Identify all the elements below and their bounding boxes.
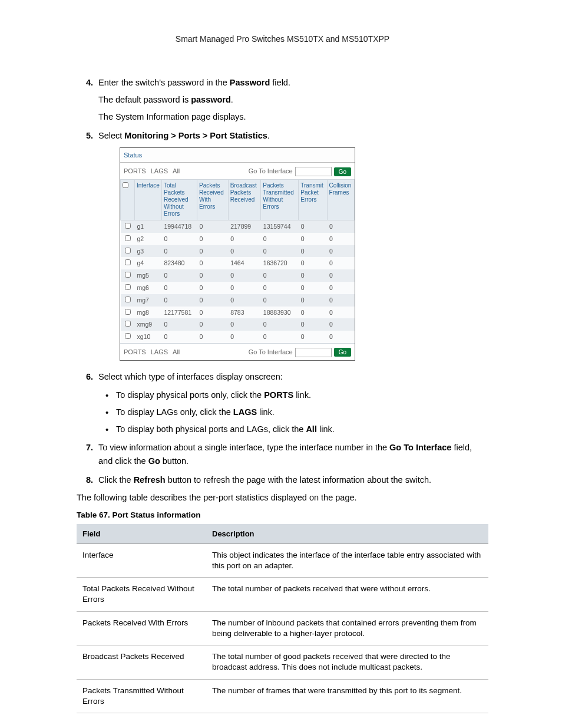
cell-interface: g4 xyxy=(135,257,162,269)
cell-rx-err: 0 xyxy=(197,245,229,258)
hdr-checkbox-col xyxy=(121,179,135,220)
cell-interface: mg5 xyxy=(135,269,162,282)
cell-rx-err: 0 xyxy=(197,282,229,294)
cell-collision: 0 xyxy=(327,318,354,331)
filter-lags-link-bottom[interactable]: LAGS xyxy=(151,347,168,358)
cell-total-rx: 0 xyxy=(161,318,197,331)
info-row: InterfaceThis object indicates the inter… xyxy=(77,543,488,577)
cell-total-rx: 0 xyxy=(161,294,197,307)
filter-ports-link[interactable]: PORTS xyxy=(124,166,146,177)
filter-row-bottom: PORTS LAGS All Go To Interface Go xyxy=(120,343,355,360)
info-field: Total Packets Received Without Errors xyxy=(77,578,206,611)
info-field: Interface xyxy=(77,543,206,577)
step-5-path: Monitoring > Ports > Port Statistics xyxy=(124,131,267,140)
filter-lags-link[interactable]: LAGS xyxy=(151,166,168,177)
hdr-tx-errors: Transmit Packet Errors xyxy=(299,179,327,220)
cell-tx-err: 0 xyxy=(299,220,327,232)
cell-tx: 0 xyxy=(261,294,299,307)
cell-collision: 0 xyxy=(327,269,354,282)
table-row: g482348001464163672000 xyxy=(121,257,355,269)
step-4-line2-a: The default password is xyxy=(98,95,191,104)
table-caption: Table 67. Port Status information xyxy=(77,510,488,519)
info-desc: The total number of packets received tha… xyxy=(206,578,488,611)
cell-total-rx: 0 xyxy=(161,331,197,343)
row-checkbox[interactable] xyxy=(125,321,131,327)
cell-interface: mg8 xyxy=(135,307,162,319)
cell-collision: 0 xyxy=(327,307,354,319)
cell-broadcast: 0 xyxy=(228,318,261,331)
row-checkbox[interactable] xyxy=(125,333,131,339)
cell-tx-err: 0 xyxy=(299,318,327,331)
row-checkbox[interactable] xyxy=(125,284,131,290)
row-checkbox[interactable] xyxy=(125,259,131,265)
cell-tx-err: 0 xyxy=(299,257,327,269)
row-checkbox[interactable] xyxy=(125,235,131,241)
status-label: Status xyxy=(120,148,355,163)
step-4-text-c: field. xyxy=(270,78,290,87)
go-button-bottom[interactable]: Go xyxy=(334,348,351,357)
cell-tx-err: 0 xyxy=(299,269,327,282)
cell-rx-err: 0 xyxy=(197,307,229,319)
table-row: mg812177581087831888393000 xyxy=(121,307,355,319)
bullet-ports: To display physical ports only, click th… xyxy=(116,388,488,402)
step-6-num: 6. xyxy=(77,370,93,384)
info-field: Packets Transmitted Without Errors xyxy=(77,679,206,713)
cell-rx-err: 0 xyxy=(197,294,229,307)
cell-tx: 0 xyxy=(261,318,299,331)
step-4-line3: The System Information page displays. xyxy=(98,110,488,124)
step-5-c: . xyxy=(267,131,270,140)
table-row: g2000000 xyxy=(121,233,355,245)
cell-tx-err: 0 xyxy=(299,233,327,245)
filter-ports-link-bottom[interactable]: PORTS xyxy=(124,347,146,358)
select-all-checkbox[interactable] xyxy=(123,182,128,188)
row-checkbox[interactable] xyxy=(125,223,131,229)
step-5-a: Select xyxy=(98,131,124,140)
info-row: Broadcast Packets ReceivedThe total numb… xyxy=(77,645,488,679)
filter-row-top: PORTS LAGS All Go To Interface Go xyxy=(120,163,355,179)
cell-tx: 1636720 xyxy=(261,257,299,269)
table-row: g3000000 xyxy=(121,245,355,258)
table-row: g11994471802178991315974400 xyxy=(121,220,355,232)
row-checkbox[interactable] xyxy=(125,272,131,278)
table-row: mg5000000 xyxy=(121,269,355,282)
cell-tx-err: 0 xyxy=(299,331,327,343)
cell-tx: 18883930 xyxy=(261,307,299,319)
cell-interface: g3 xyxy=(135,245,162,258)
cell-tx-err: 0 xyxy=(299,245,327,258)
step-6: 6. Select which type of interfaces displ… xyxy=(77,370,488,437)
row-checkbox[interactable] xyxy=(125,309,131,315)
goto-interface-input[interactable] xyxy=(295,167,332,176)
info-desc: The number of frames that were transmitt… xyxy=(206,679,488,713)
filter-all-link[interactable]: All xyxy=(173,166,180,177)
step-4-num: 4. xyxy=(77,76,93,90)
row-checkbox[interactable] xyxy=(125,248,131,253)
cell-total-rx: 0 xyxy=(161,233,197,245)
hdr-broadcast: Broadcast Packets Received xyxy=(228,179,261,220)
cell-broadcast: 0 xyxy=(228,245,261,258)
cell-collision: 0 xyxy=(327,245,354,258)
table-row: mg7000000 xyxy=(121,294,355,307)
cell-rx-err: 0 xyxy=(197,233,229,245)
cell-tx-err: 0 xyxy=(299,307,327,319)
cell-tx: 0 xyxy=(261,282,299,294)
table-row: xg10000000 xyxy=(121,331,355,343)
step-7-num: 7. xyxy=(77,441,93,454)
goto-interface-input-bottom[interactable] xyxy=(295,348,332,357)
cell-interface: g2 xyxy=(135,233,162,245)
cell-total-rx: 19944718 xyxy=(161,220,197,232)
cell-broadcast: 1464 xyxy=(228,257,261,269)
step-5: 5. Select Monitoring > Ports > Port Stat… xyxy=(77,129,488,361)
goto-interface-label: Go To Interface xyxy=(249,166,293,177)
info-desc: The total number of good packets receive… xyxy=(206,645,488,679)
cell-tx: 0 xyxy=(261,245,299,258)
cell-total-rx: 0 xyxy=(161,245,197,258)
step-4: 4. Enter the switch's password in the Pa… xyxy=(77,76,488,124)
hdr-rx-errors: Packets Received With Errors xyxy=(197,179,229,220)
go-button[interactable]: Go xyxy=(334,167,351,176)
cell-broadcast: 0 xyxy=(228,282,261,294)
row-checkbox[interactable] xyxy=(125,297,131,302)
goto-interface-label-bottom: Go To Interface xyxy=(249,347,293,358)
filter-all-link-bottom[interactable]: All xyxy=(173,347,180,358)
cell-rx-err: 0 xyxy=(197,257,229,269)
hdr-total-rx: Total Packets Received Without Errors xyxy=(161,179,197,220)
